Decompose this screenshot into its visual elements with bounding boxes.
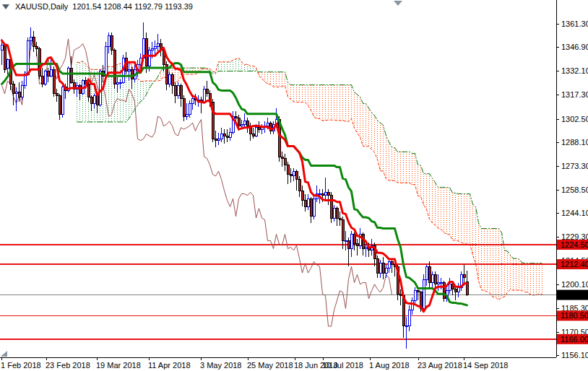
candle-body [388,261,390,268]
candle-body [30,38,32,40]
candle-body [321,194,324,196]
candle-body [252,134,254,136]
y-tick-label: 1273.30 [561,162,588,170]
level-price-badge: 1166.00 [557,334,588,344]
candle-body [281,157,283,158]
candle-body [434,274,436,284]
candle-body [41,76,43,84]
candle-body [229,133,231,138]
candle-body [284,158,286,165]
x-tick-label: 25 May 2018 [247,361,293,370]
candle-body [449,284,451,291]
candle-body [304,200,306,206]
candle-body [148,50,150,66]
candle-body [186,115,188,116]
candle-body [131,69,133,79]
x-tick-label: 1 Aug 2018 [369,361,410,370]
chart-window: 1361.301346.901332.101317.301302.501288.… [0,0,588,371]
candle-body [243,121,246,124]
candle-body [53,69,55,94]
candle-body [307,198,309,206]
candle-body [295,171,298,179]
candle-body [177,86,179,95]
candle-body [128,69,130,71]
candle-body [324,192,327,195]
candle-body [298,179,301,191]
candle-body [382,263,384,273]
candle-body [206,89,208,94]
level-price-badge-text: 1166.00 [561,335,588,344]
y-tick-label: 1317.30 [561,90,588,99]
candle-body [342,219,344,240]
scroll-start-marker-icon[interactable] [1,351,7,357]
candle-body [235,116,237,118]
candle-body [90,97,92,103]
candle-body [99,71,101,105]
y-tick-label: 1346.90 [561,43,588,51]
candle-body [350,234,353,248]
candle-body [379,263,381,273]
candle-body [87,84,90,97]
candle-body [27,40,29,74]
candle-body [310,198,312,217]
candle-body [440,283,442,284]
candle-body [417,291,419,292]
price-chart[interactable]: 1361.301346.901332.101317.301302.501288.… [0,0,588,371]
candle-body [408,310,410,326]
candle-body [44,71,46,84]
candle-body [443,283,445,299]
candle-body [18,92,20,97]
candle-body [119,82,121,83]
candle-body [463,274,465,277]
candle-body [157,44,159,47]
chart-shift-marker-icon[interactable] [394,1,402,6]
candle-body [385,268,387,273]
candle-body [79,86,81,94]
chart-dropdown-icon[interactable] [2,4,9,9]
y-tick-label: 1361.30 [561,19,588,28]
x-tick-label: 3 May 2018 [200,361,241,370]
candle-body [108,35,110,47]
axes: 1361.301346.901332.101317.301302.501288.… [0,0,588,370]
candle-body [457,287,459,292]
candle-body [7,60,9,68]
candle-body [365,247,367,248]
y-tick-label: 1258.50 [561,186,588,194]
candle-body [399,294,402,295]
candle-body [428,266,431,282]
current-price-badge-text: 1193.39 [561,291,588,300]
candle-body [423,279,425,308]
candle-body [345,240,347,241]
symbol-period-label: XAUUSD,Daily [15,2,68,11]
candle-body [290,175,292,176]
candle-body [38,48,40,76]
candle-body [180,86,182,99]
candle-body [56,94,58,95]
price-levels [0,245,556,339]
candle-body [267,123,269,126]
y-tick-label: 1244.10 [561,209,588,217]
candle-body [454,289,457,292]
candle-body [61,87,64,115]
candle-body [215,139,217,140]
y-tick-label: 1302.50 [561,115,588,123]
candle-body [319,194,321,195]
candle-body [347,240,350,248]
candle-body [154,47,156,48]
candle-body [50,69,52,76]
candle-body [35,47,38,48]
candle-body [168,74,170,84]
candle-body [327,192,329,195]
x-tick-label: 19 Mar 2018 [96,361,141,370]
candle-body [183,99,185,117]
candle-body [376,258,379,273]
candle-body [336,209,338,218]
candle-body [431,274,433,282]
level-price-badge: 1224.50 [557,240,588,250]
x-tick-label: 1 Feb 2018 [1,361,41,370]
y-tick-label: 1156.10 [561,351,588,359]
x-tick-label: 23 Aug 2018 [418,361,462,370]
candle-body [67,68,69,90]
y-tick-label: 1200.10 [561,280,588,289]
candle-body [189,103,191,115]
